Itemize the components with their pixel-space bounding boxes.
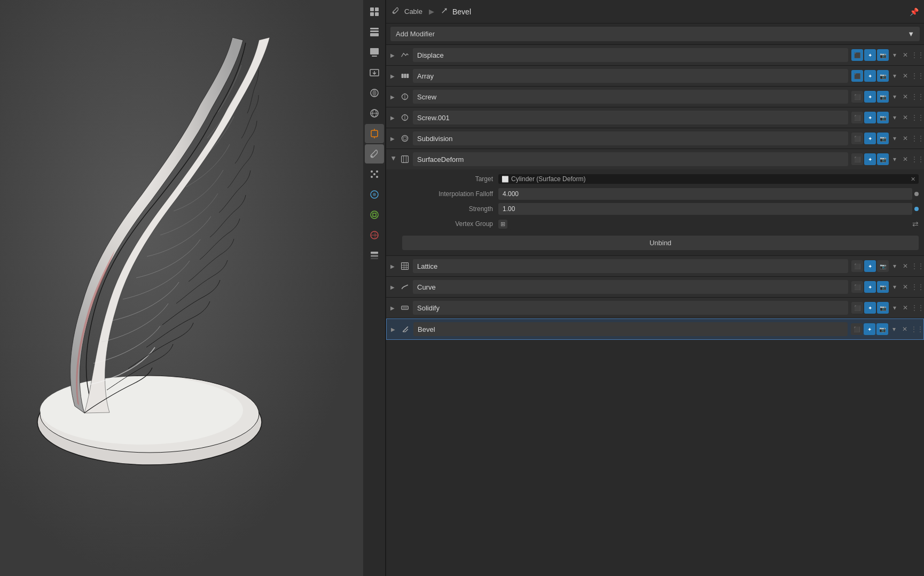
prop-strength-input[interactable] [498,203,912,215]
modifier-array-header[interactable]: ▶ ⬛ ✦ 📷 ▾ ✕ ⋮⋮ [386,66,924,86]
modifier-surfacedeform-close[interactable]: ✕ [900,155,910,163]
modifier-displace-close[interactable]: ✕ [900,51,910,59]
modifier-subdivision-realtime[interactable]: ⬛ [851,133,863,144]
prop-interpolation-input[interactable] [498,188,912,200]
modifier-screw001-chevron[interactable]: ▾ [890,114,899,121]
target-clear-button[interactable]: ✕ [911,176,915,183]
modifier-lattice-chevron[interactable]: ▾ [890,262,899,270]
modifier-array-realtime[interactable]: ⬛ [851,70,863,82]
sidebar-icon-view[interactable] [365,22,384,42]
viewport-3d[interactable] [0,0,363,576]
modifier-surfacedeform-arrow[interactable]: ▶ [391,156,397,162]
modifier-surfacedeform-name[interactable] [413,152,848,166]
modifier-solidify-dots[interactable]: ⋮⋮ [911,304,920,312]
sidebar-icon-tools[interactable] [365,2,384,21]
modifier-displace-name[interactable] [413,48,848,62]
modifier-surfacedeform-chevron[interactable]: ▾ [890,155,899,163]
modifier-screw-name[interactable] [413,90,848,104]
modifier-solidify-edit[interactable]: ✦ [864,302,876,314]
modifier-bevel-arrow[interactable]: ▶ [391,326,397,332]
modifier-lattice-close[interactable]: ✕ [900,262,910,270]
sidebar-icon-material[interactable] [365,225,384,245]
modifier-displace-chevron[interactable]: ▾ [890,51,899,59]
modifier-solidify-render[interactable]: 📷 [877,302,889,314]
modifier-lattice-header[interactable]: ▶ ⬛ ✦ 📷 ▾ ✕ ⋮⋮ [386,256,924,276]
modifier-screw001-header[interactable]: ▶ ⬛ ✦ 📷 ▾ ✕ ⋮⋮ [386,107,924,128]
modifier-subdivision-header[interactable]: ▶ ⬛ ✦ 📷 ▾ ✕ ⋮⋮ [386,128,924,149]
panel-pin-button[interactable]: 📌 [910,7,919,16]
modifier-solidify-realtime[interactable]: ⬛ [851,302,863,314]
sidebar-icon-output[interactable] [365,63,384,82]
modifier-curve-arrow[interactable]: ▶ [390,284,397,290]
modifier-curve-render[interactable]: 📷 [877,281,889,293]
sidebar-icon-scene[interactable] [365,83,384,103]
modifier-screw-render[interactable]: 📷 [877,91,889,103]
modifier-surfacedeform-header[interactable]: ▶ ⬛ ✦ 📷 ▾ ✕ ⋮⋮ [386,149,924,169]
modifier-screw001-edit[interactable]: ✦ [864,112,876,123]
modifier-displace-realtime[interactable]: ⬛ [851,49,863,61]
modifier-bevel-name[interactable] [413,322,848,336]
modifier-subdivision-arrow[interactable]: ▶ [390,136,397,142]
add-modifier-button[interactable]: Add Modifier ▼ [390,27,920,41]
modifier-displace-render[interactable]: 📷 [877,49,889,61]
modifier-solidify-header[interactable]: ▶ ⬛ ✦ 📷 ▾ ✕ ⋮⋮ [386,298,924,318]
modifier-bevel-dots[interactable]: ⋮⋮ [911,325,919,333]
modifier-array-render[interactable]: 📷 [877,70,889,82]
modifier-lattice-arrow[interactable]: ▶ [390,263,397,269]
unbind-button[interactable]: Unbind [402,236,919,250]
sidebar-icon-particles[interactable] [365,165,384,184]
modifier-screw001-realtime[interactable]: ⬛ [851,112,863,123]
modifier-screw001-close[interactable]: ✕ [900,114,910,121]
modifier-array-chevron[interactable]: ▾ [890,72,899,80]
modifier-curve-edit[interactable]: ✦ [864,281,876,293]
modifier-solidify-arrow[interactable]: ▶ [390,305,397,311]
modifier-curve-dots[interactable]: ⋮⋮ [911,283,920,291]
modifier-displace-dots[interactable]: ⋮⋮ [911,51,920,59]
prop-target-value[interactable]: ⬜ Cylinder (Surface Deform) ✕ [498,174,919,184]
sidebar-icon-render[interactable] [365,43,384,62]
modifier-surfacedeform-render[interactable]: 📷 [877,153,889,165]
modifier-screw-edit[interactable]: ✦ [864,91,876,103]
modifier-subdivision-edit[interactable]: ✦ [864,133,876,144]
modifier-surfacedeform-dots[interactable]: ⋮⋮ [911,155,920,163]
modifier-curve-chevron[interactable]: ▾ [890,283,899,291]
modifier-subdivision-close[interactable]: ✕ [900,135,910,142]
modifier-screw001-render[interactable]: 📷 [877,112,889,123]
modifier-subdivision-name[interactable] [413,131,848,145]
modifier-subdivision-render[interactable]: 📷 [877,133,889,144]
sidebar-icon-world[interactable] [365,104,384,123]
modifier-screw001-arrow[interactable]: ▶ [390,115,397,121]
modifier-array-close[interactable]: ✕ [900,72,910,80]
modifier-displace-arrow[interactable]: ▶ [390,52,397,58]
modifier-screw-dots[interactable]: ⋮⋮ [911,93,920,100]
modifier-surfacedeform-realtime[interactable]: ⬛ [851,153,863,165]
modifier-screw001-name[interactable] [413,111,848,124]
modifier-curve-close[interactable]: ✕ [900,283,910,291]
sidebar-icon-constraints[interactable] [365,205,384,224]
modifier-screw001-dots[interactable]: ⋮⋮ [911,114,920,121]
modifier-displace-edit[interactable]: ✦ [864,49,876,61]
modifier-surfacedeform-edit[interactable]: ✦ [864,153,876,165]
modifier-array-name[interactable] [413,69,848,83]
modifier-bevel-realtime[interactable]: ⬛ [851,323,863,335]
modifier-array-arrow[interactable]: ▶ [390,73,397,79]
modifier-lattice-render[interactable]: 📷 [877,260,889,272]
modifier-curve-realtime[interactable]: ⬛ [851,281,863,293]
modifier-lattice-realtime[interactable]: ⬛ [851,260,863,272]
sidebar-icon-object[interactable] [365,124,384,143]
modifier-subdivision-chevron[interactable]: ▾ [890,135,899,142]
modifier-bevel-edit[interactable]: ✦ [864,323,875,335]
modifier-solidify-chevron[interactable]: ▾ [890,304,899,312]
modifier-screw-realtime[interactable]: ⬛ [851,91,863,103]
modifier-curve-header[interactable]: ▶ ⬛ ✦ 📷 ▾ ✕ ⋮⋮ [386,277,924,297]
modifier-bevel-chevron[interactable]: ▾ [889,325,899,333]
modifier-array-edit[interactable]: ✦ [864,70,876,82]
modifier-solidify-name[interactable] [413,301,848,315]
modifier-lattice-dots[interactable]: ⋮⋮ [911,262,920,270]
modifier-bevel-header[interactable]: ▶ ⬛ ✦ 📷 ▾ ✕ ⋮⋮ [387,319,923,339]
modifier-subdivision-dots[interactable]: ⋮⋮ [911,135,920,142]
modifier-screw-close[interactable]: ✕ [900,93,910,100]
modifier-array-dots[interactable]: ⋮⋮ [911,72,920,80]
modifier-bevel-close[interactable]: ✕ [900,325,910,333]
sidebar-icon-data[interactable] [365,246,384,265]
